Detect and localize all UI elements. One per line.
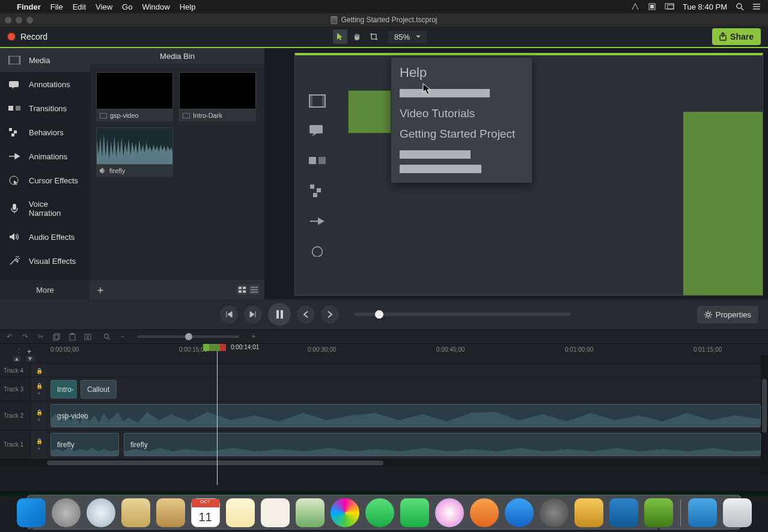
- sidebar-more-button[interactable]: More: [0, 280, 90, 299]
- select-tool[interactable]: [333, 29, 347, 44]
- grid-view-button[interactable]: [237, 285, 248, 295]
- timeline-search-icon[interactable]: [102, 332, 112, 341]
- add-track-button[interactable]: +: [27, 347, 32, 356]
- menubar-display-icon[interactable]: [665, 3, 674, 10]
- track-lock-toggle[interactable]: 🔒●: [31, 402, 47, 430]
- menubar-item-view[interactable]: View: [96, 2, 112, 11]
- undo-button[interactable]: ↶: [5, 332, 14, 341]
- window-zoom-button[interactable]: [26, 17, 33, 23]
- dock-app-icon[interactable]: [609, 498, 638, 527]
- previous-frame-button[interactable]: [220, 305, 238, 323]
- timeline-clip[interactable]: firefly: [50, 433, 119, 456]
- sidebar-item-annotations[interactable]: Annotations: [0, 72, 90, 96]
- menubar-app-icon[interactable]: [648, 2, 656, 11]
- split-button[interactable]: [83, 332, 93, 341]
- dock-trash-icon[interactable]: [723, 498, 752, 527]
- dock-safari-icon[interactable]: [87, 498, 115, 527]
- spotlight-icon[interactable]: [736, 2, 744, 11]
- dock-mail-icon[interactable]: [121, 498, 150, 527]
- play-pause-button[interactable]: [268, 303, 291, 326]
- track-lane[interactable]: gsp-video: [47, 402, 768, 430]
- dock-contacts-icon[interactable]: [156, 498, 185, 527]
- dock-camtasia-icon[interactable]: [644, 498, 673, 527]
- sidebar-item-voice-narration[interactable]: Voice Narration: [0, 192, 90, 225]
- track-lock-toggle[interactable]: 🔒●: [31, 430, 47, 459]
- timeline-clip[interactable]: gsp-video: [50, 404, 761, 427]
- dock-calendar-icon[interactable]: OCT11: [191, 498, 220, 527]
- media-item[interactable]: gsp-video: [96, 72, 173, 121]
- menubar-item-help[interactable]: Help: [180, 2, 196, 11]
- dock-appstore-icon[interactable]: [505, 498, 534, 527]
- sidebar-item-visual-effects[interactable]: Visual Effects: [0, 249, 90, 273]
- playback-scrubber[interactable]: [355, 313, 571, 316]
- timeline-ruler[interactable]: 0:00:14;01 0:00:00;00 0:00:15;00 0:00:30…: [47, 344, 768, 364]
- track-lock-toggle[interactable]: 🔒●: [31, 378, 47, 401]
- copy-button[interactable]: [52, 332, 61, 341]
- media-item[interactable]: firefly: [96, 127, 173, 177]
- window-minimize-button[interactable]: [16, 17, 22, 23]
- sidebar-item-behaviors[interactable]: Behaviors: [0, 120, 90, 144]
- next-frame-button[interactable]: [244, 305, 262, 323]
- track-label[interactable]: Track 3: [0, 378, 31, 401]
- dock-finder-icon[interactable]: [17, 498, 46, 527]
- dock-ibooks-icon[interactable]: [470, 498, 499, 527]
- redo-button[interactable]: ↷: [20, 332, 30, 341]
- track-lane[interactable]: [47, 364, 768, 377]
- sidebar-item-cursor-effects[interactable]: Cursor Effects: [0, 168, 90, 192]
- collapse-tracks-down[interactable]: ▼: [26, 356, 34, 362]
- sidebar-item-audio-effects[interactable]: Audio Effects: [0, 225, 90, 249]
- menubar-clock[interactable]: Tue 8:40 PM: [683, 2, 727, 11]
- media-item[interactable]: Intro-Dark: [179, 72, 256, 121]
- playhead-handle[interactable]: 0:00:14;01: [203, 344, 259, 351]
- menubar-status-icon[interactable]: [631, 2, 639, 11]
- dock-messages-icon[interactable]: [365, 498, 394, 527]
- track-label[interactable]: Track 2: [0, 402, 31, 430]
- dock-photos-icon[interactable]: [331, 498, 359, 527]
- add-media-button[interactable]: ＋: [95, 283, 106, 297]
- list-view-button[interactable]: [249, 285, 260, 295]
- menubar-item-file[interactable]: File: [50, 2, 63, 11]
- pan-tool[interactable]: [350, 29, 364, 44]
- track-lane[interactable]: firefly firefly: [47, 430, 768, 459]
- dock-launchpad-icon[interactable]: [52, 498, 81, 527]
- window-traffic-lights[interactable]: [5, 17, 33, 23]
- dock-itunes-icon[interactable]: [435, 498, 464, 527]
- record-button[interactable]: Record: [7, 32, 47, 41]
- track-label[interactable]: Track 1: [0, 430, 31, 459]
- notification-center-icon[interactable]: [752, 3, 761, 10]
- dock-system-preferences-icon[interactable]: [540, 498, 568, 527]
- menubar-app-name[interactable]: Finder: [17, 2, 41, 11]
- properties-button[interactable]: Properties: [697, 306, 758, 323]
- menubar-item-edit[interactable]: Edit: [73, 2, 86, 11]
- sidebar-item-transitions[interactable]: Transitions: [0, 96, 90, 120]
- timeline-clip[interactable]: Callout: [81, 380, 117, 399]
- sidebar-item-media[interactable]: Media: [0, 48, 90, 72]
- menubar-item-window[interactable]: Window: [142, 2, 169, 11]
- zoom-level-select[interactable]: 85%: [388, 31, 427, 43]
- dock-notes-icon[interactable]: [226, 498, 255, 527]
- previous-marker-button[interactable]: [297, 305, 315, 323]
- paste-button[interactable]: [67, 332, 77, 341]
- next-marker-button[interactable]: [321, 305, 339, 323]
- collapse-tracks-up[interactable]: ▲: [13, 356, 21, 362]
- timeline-clip[interactable]: firefly: [124, 433, 761, 456]
- track-lane[interactable]: Intro- Callout: [47, 378, 768, 401]
- canvas-area[interactable]: Help Video Tutorials Getting Started Pro…: [264, 48, 768, 299]
- sidebar-item-animations[interactable]: Animations: [0, 144, 90, 168]
- window-close-button[interactable]: [5, 17, 11, 23]
- dock-downloads-icon[interactable]: [688, 498, 717, 527]
- timeline-horizontal-scrollbar[interactable]: [0, 459, 768, 466]
- menubar-item-go[interactable]: Go: [122, 2, 132, 11]
- dock-reminders-icon[interactable]: [261, 498, 290, 527]
- zoom-in-button[interactable]: +: [249, 332, 258, 341]
- dock-facetime-icon[interactable]: [400, 498, 429, 527]
- cut-button[interactable]: ✂: [36, 332, 46, 341]
- track-lock-toggle[interactable]: 🔒: [31, 364, 47, 377]
- timeline-zoom-slider[interactable]: [137, 335, 239, 338]
- dock-maps-icon[interactable]: [296, 498, 325, 527]
- crop-tool[interactable]: [367, 29, 381, 44]
- track-label[interactable]: Track 4: [0, 364, 31, 377]
- timeline-vertical-scrollbar[interactable]: [761, 355, 768, 475]
- share-button[interactable]: Share: [712, 28, 761, 45]
- track-options-icon[interactable]: ⋮: [16, 347, 22, 356]
